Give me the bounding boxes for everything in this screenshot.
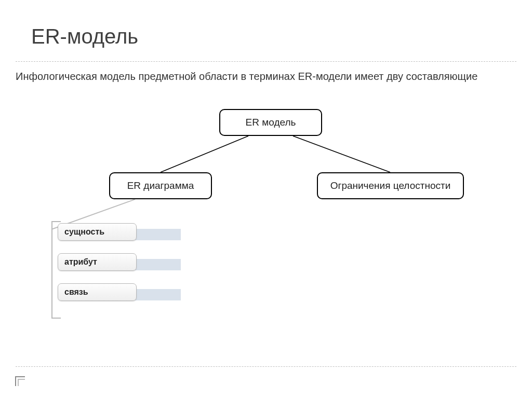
corner-icon — [15, 376, 26, 387]
node-constraints-label: Ограничения целостности — [330, 180, 451, 191]
node-er-diagram: ER диаграмма — [109, 172, 212, 199]
svg-line-0 — [161, 136, 248, 172]
node-constraints: Ограничения целостности — [317, 172, 464, 199]
diagram-component-list: сущность атрибут связь — [50, 223, 193, 313]
list-label: атрибут — [64, 257, 97, 267]
svg-line-1 — [293, 136, 390, 172]
bottom-divider — [16, 366, 516, 367]
list-item: атрибут — [50, 253, 193, 276]
node-root-label: ER модель — [246, 117, 296, 128]
list-item: сущность — [50, 223, 193, 246]
list-label: связь — [64, 287, 88, 297]
node-root: ER модель — [219, 109, 322, 136]
list-pill-attribute: атрибут — [58, 253, 137, 271]
list-pill-entity: сущность — [58, 223, 137, 241]
er-diagram: ER модель ER диаграмма Ограничения целос… — [0, 0, 532, 398]
list-label: сущность — [64, 227, 104, 237]
list-bottom-tick — [51, 318, 61, 319]
node-er-diagram-label: ER диаграмма — [127, 180, 194, 191]
list-pill-relation: связь — [58, 283, 137, 301]
list-item: связь — [50, 283, 193, 306]
list-top-tick — [51, 221, 61, 222]
